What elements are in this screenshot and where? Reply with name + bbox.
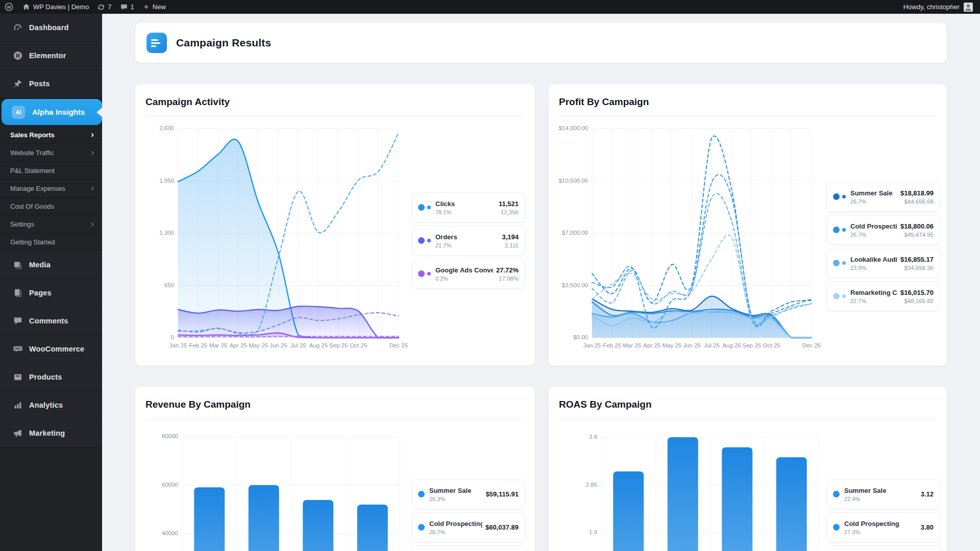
sidebar-item-marketing[interactable]: Marketing — [0, 419, 102, 447]
ai-badge-icon: AI — [12, 106, 25, 119]
sidebar-item-label: Analytics — [29, 401, 63, 409]
sidebar-item-label: Sales Reports — [10, 131, 55, 139]
legend-item-summer-sale[interactable]: Summer Sale26.3%$59,115.91 — [411, 479, 525, 509]
sidebar-item-label: P&L Statement — [10, 167, 55, 174]
sidebar-item-getting-started[interactable]: Getting Started — [0, 233, 102, 251]
legend-item-remarketing-c-[interactable]: Remarketing C…22.7%$16,015.70$48,165.82 — [826, 281, 940, 311]
sidebar-item-label: Pages — [29, 289, 52, 297]
sidebar-item-cost-of-goods[interactable]: Cost Of Goods — [0, 197, 102, 215]
site-name-link[interactable]: WP Davies | Demo — [22, 3, 89, 11]
new-button[interactable]: New — [142, 3, 166, 11]
sidebar-item-elementor[interactable]: Elementor — [0, 42, 102, 70]
legend-item-cold-prospecti-[interactable]: Cold Prospecti…26.7%$18,800.06$45,474.95 — [826, 215, 940, 245]
y-axis-tick-label: 1,300 — [135, 230, 174, 236]
page-header-card: Campaign Results — [135, 23, 947, 63]
howdy-menu[interactable]: Howdy, christopher — [903, 3, 960, 11]
sidebar-item-dashboard[interactable]: Dashboard — [0, 14, 102, 42]
y-axis-tick-label: 3.8 — [549, 434, 597, 440]
content-area: Campaign Results Campaign Activity 2,600… — [102, 14, 980, 551]
x-axis-tick-label: Sep 25 — [742, 342, 761, 348]
legend-series-previous-value: $48,165.82 — [900, 298, 934, 304]
legend-item-partial[interactable] — [411, 545, 525, 551]
y-axis-tick-label: $0.00 — [549, 334, 588, 340]
wordpress-logo-button[interactable]: W — [4, 2, 14, 12]
legend-series-name: Clicks — [435, 200, 496, 208]
elementor-icon — [13, 51, 23, 61]
roas-by-campaign-card: ROAS By Campaign 3.82.851.9Summer Sale22… — [549, 387, 947, 551]
x-axis-tick-label: Sep 25 — [329, 342, 348, 348]
series-dot-icon — [833, 227, 840, 233]
sidebar-item-website-traffic[interactable]: Website Traffic› — [0, 144, 102, 162]
series-ring-icon — [842, 261, 846, 265]
bar-3 — [776, 457, 807, 551]
sidebar-item-pages[interactable]: Pages — [0, 279, 102, 307]
legend-item-partial[interactable] — [826, 545, 940, 551]
legend-series-value: $18,818.99 — [900, 189, 934, 197]
sidebar-item-label: Comments — [29, 317, 68, 325]
updates-count: 7 — [108, 3, 111, 11]
legend-item-cold-prospecting[interactable]: Cold Prospecting27.3%3.80 — [826, 512, 940, 542]
legend-item-clicks[interactable]: Clicks78.1%11,52112,356 — [411, 192, 525, 222]
legend-series-value: 27.72% — [496, 266, 519, 274]
y-axis-tick-label: $10,500.00 — [549, 178, 588, 184]
user-avatar-icon — [964, 3, 973, 12]
sidebar-item-label: Alpha Insights — [32, 108, 85, 116]
legend-series-name: Summer Sale — [844, 487, 918, 494]
site-name: WP Davies | Demo — [33, 3, 89, 11]
legend-item-lookalike-audie-[interactable]: Lookalike Audie…23.9%$16,855.17$34,658.3… — [826, 248, 940, 278]
x-axis-tick-label: Mar 25 — [623, 342, 641, 348]
x-axis-tick-label: Jan 25 — [169, 342, 187, 348]
legend-series-percent: 27.3% — [844, 529, 918, 535]
x-axis-tick-label: Apr 25 — [230, 342, 247, 348]
sidebar-item-analytics[interactable]: Analytics — [0, 391, 102, 419]
y-axis-tick-label: 1.9 — [549, 529, 597, 535]
series-dot-icon — [833, 260, 840, 266]
legend-series-percent: 22.4% — [844, 496, 918, 502]
bar-0 — [613, 471, 644, 551]
sidebar-item-label: Media — [29, 261, 51, 269]
legend-item-cold-prospecting[interactable]: Cold Prospecting26.7%$60,037.89 — [411, 512, 525, 542]
sidebar-item-posts[interactable]: Posts — [0, 70, 102, 98]
box-icon — [13, 372, 23, 382]
sidebar-item-media[interactable]: Media — [0, 251, 102, 279]
y-axis-tick-label: 0 — [135, 334, 174, 340]
bar-chart-icon — [13, 400, 23, 410]
sidebar-item-sales-reports[interactable]: Sales Reports› — [0, 126, 102, 144]
page-title: Campaign Results — [176, 37, 271, 49]
revenue-by-campaign-chart: 800006000040000Summer Sale26.3%$59,115.9… — [135, 387, 535, 551]
legend-series-percent: 26.7% — [429, 529, 482, 535]
legend-series-previous-value: $44,650.68 — [900, 198, 934, 205]
x-axis-tick-label: Aug 25 — [722, 342, 741, 348]
sidebar-item-manage-expenses[interactable]: Manage Expenses› — [0, 180, 102, 197]
legend-series-name: Cold Prospecti… — [850, 222, 897, 230]
sidebar-item-woocommerce[interactable]: WOOWooCommerce — [0, 335, 102, 363]
legend-item-summer-sale[interactable]: Summer Sale22.4%3.12 — [826, 479, 940, 509]
sidebar-item-p-l-statement[interactable]: P&L Statement — [0, 162, 102, 180]
legend-item-google-ads-conve-[interactable]: Google Ads Conve…0.2%27.72%17.08% — [411, 259, 525, 289]
comments-indicator[interactable]: 1 — [120, 3, 134, 11]
legend-item-summer-sale[interactable]: Summer Sale26.7%$18,818.99$44,650.68 — [826, 182, 940, 212]
legend-series-percent: 22.7% — [850, 298, 897, 304]
update-icon — [97, 3, 105, 11]
sidebar-item-products[interactable]: Products — [0, 363, 102, 391]
y-axis-tick-label: 2.85 — [549, 482, 597, 488]
elementor-icon — [13, 51, 23, 61]
campaign-activity-card: Campaign Activity 2,6001,9501,3006500Jan… — [135, 84, 535, 366]
sidebar-item-settings[interactable]: Settings› — [0, 215, 102, 233]
comment-bubble-icon — [120, 3, 128, 11]
legend-series-value: $18,800.06 — [900, 222, 934, 230]
y-axis-tick-label: 1,950 — [135, 178, 174, 184]
sidebar-item-comments[interactable]: Comments — [0, 307, 102, 335]
comments-count: 1 — [131, 3, 134, 11]
profit-by-campaign-card: Profit By Campaign $14,000.00$10,500.00$… — [549, 84, 947, 366]
svg-text:WOO: WOO — [15, 347, 21, 350]
chevron-right-icon: › — [91, 219, 94, 228]
legend-item-orders[interactable]: Orders21.7%3,1942,111 — [411, 226, 525, 256]
sidebar-item-label: Website Traffic — [10, 149, 54, 157]
updates-indicator[interactable]: 7 — [97, 3, 111, 11]
sidebar-item-alpha-insights[interactable]: AIAlpha Insights — [2, 99, 102, 125]
avatar[interactable] — [964, 3, 973, 12]
series-dot-icon — [833, 293, 840, 299]
sidebar-item-label: Manage Expenses — [10, 185, 65, 192]
pushpin-icon — [13, 79, 23, 89]
